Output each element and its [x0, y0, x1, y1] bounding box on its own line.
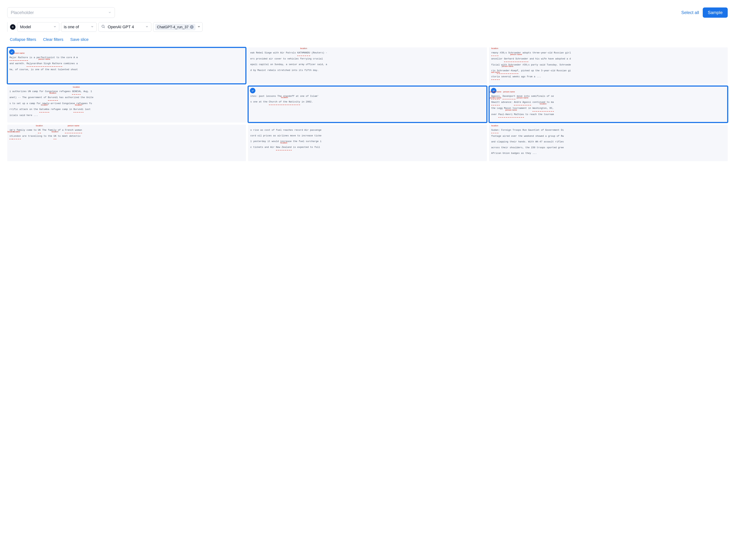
attribute-select[interactable]: Placeholder	[7, 7, 115, 18]
annotation-location: Sudanlocation	[491, 127, 498, 133]
annotation-location: Burundilocation	[73, 106, 83, 112]
annotation-location: Burundilocation	[48, 95, 58, 101]
sample-card[interactable]: Major Rathoreperson name is a perfection…	[7, 47, 246, 84]
filter-operator-label: is one of	[64, 25, 79, 29]
sample-button[interactable]: Sample	[703, 7, 728, 18]
sample-card[interactable]: im's family come to UKlocation The famil…	[7, 125, 246, 161]
placeholder-text: Placeholder	[11, 10, 34, 15]
annotation-location: st location	[9, 133, 12, 139]
annotation-location: KATHMANDUlocation	[297, 50, 310, 56]
sample-card[interactable]: ites: past lessons The standoff at one o…	[248, 86, 487, 123]
close-icon	[11, 26, 14, 28]
sample-card[interactable]: i authorizes UN camp for Congolese refug…	[7, 86, 246, 123]
card-text: ites: past lessons The standoff at one o…	[250, 89, 485, 105]
annotation-location: Gatumbalocation	[39, 106, 49, 112]
annotation-person: Paul-Henri Mathieuperson name	[498, 112, 524, 118]
card-text: rmanylocation #39;s Schroeder adopts thr…	[491, 50, 726, 80]
remove-filter-button[interactable]	[10, 24, 15, 30]
card-text: Agassiperson name, Davenportperson name …	[491, 89, 726, 118]
annotation-person: Gerhard Schroederperson name	[504, 56, 528, 62]
sample-card[interactable]: Sudanlocation: Foreign Troops Run Gauntl…	[489, 125, 728, 161]
filter-chip: ChatGPT-4_run_37	[155, 24, 195, 30]
chevron-down-icon	[197, 25, 201, 29]
sample-card[interactable]: Agassiperson name, Davenportperson name …	[489, 86, 728, 123]
filter-field-select[interactable]: Model	[17, 22, 59, 32]
chevron-down-icon	[108, 10, 111, 15]
annotation-son_name: ctoriason name	[491, 74, 500, 80]
annotation-person: Davenportperson name	[503, 93, 515, 99]
annotation-location: UKlocation	[54, 133, 57, 139]
sample-card[interactable]: eak Rebel Siege with Air Patrols KATHMAN…	[248, 47, 487, 84]
card-text: Sudanlocation: Foreign Troops Run Gauntl…	[491, 127, 726, 156]
chevron-down-icon	[53, 25, 57, 29]
filter-chip-select[interactable]: ChatGPT-4_run_37	[153, 22, 203, 32]
search-icon	[101, 24, 105, 30]
filter-value-search[interactable]: OpenAI GPT 4	[98, 22, 151, 32]
annotation-location: rmanylocation	[491, 50, 498, 56]
annotation-person: Rajyvardhan Singh Rathoreperson name	[27, 61, 62, 67]
save-slice-button[interactable]: Save slice	[70, 37, 89, 42]
chip-remove-button[interactable]	[190, 25, 194, 29]
filter-actions: Collapse filters Clear filters Save slic…	[7, 37, 728, 42]
sample-card[interactable]: o rise as cost of fuel reaches record Ai…	[248, 125, 487, 161]
annotation-location: New Zealandlocation	[276, 144, 292, 150]
filter-row: Model is one of OpenAI GPT 4 ChatGPT-4_r…	[7, 22, 728, 32]
card-text: im's family come to UKlocation The famil…	[9, 127, 244, 139]
filter-field-label: Model	[20, 25, 31, 29]
chevron-down-icon	[91, 25, 94, 29]
annotation-person: Andre Agassiperson name	[514, 99, 531, 105]
annotation-person: Major Rathoreperson name	[9, 55, 28, 61]
svg-line-3	[104, 27, 105, 28]
annotation-location: GENEVAlocation	[72, 89, 81, 95]
card-text: Major Rathoreperson name is a perfection…	[9, 50, 244, 73]
annotation-person: French womanperson name	[65, 127, 82, 133]
svg-point-2	[102, 25, 104, 28]
annotation-person: Hewittperson name	[491, 99, 500, 105]
annotation-location: Londonlocation	[12, 133, 21, 139]
clear-filters-button[interactable]: Clear filters	[43, 37, 63, 42]
card-text: o rise as cost of fuel reaches record Ai…	[250, 127, 485, 150]
annotation-location: UKlocation	[38, 127, 41, 133]
annotation-person: Schroeder-Koepfperson name	[497, 68, 518, 74]
annotation-location: Washington, DC,location	[532, 105, 554, 111]
chevron-down-icon	[145, 25, 149, 29]
collapse-filters-button[interactable]: Collapse filters	[10, 37, 36, 42]
annotation-location: Church of the Nativitylocation	[269, 99, 300, 105]
card-text: i authorizes UN camp for Congolese refug…	[9, 89, 244, 118]
filter-operator-select[interactable]: is one of	[61, 22, 97, 32]
filter-value-text: OpenAI GPT 4	[108, 25, 134, 29]
sample-grid: Major Rathoreperson name is a perfection…	[7, 47, 728, 161]
sample-card[interactable]: rmanylocation #39;s Schroeder adopts thr…	[489, 47, 728, 84]
chip-label: ChatGPT-4_run_37	[157, 25, 188, 29]
card-text: eak Rebel Siege with Air Patrols KATHMAN…	[250, 50, 485, 73]
select-all-button[interactable]: Select all	[681, 10, 699, 15]
